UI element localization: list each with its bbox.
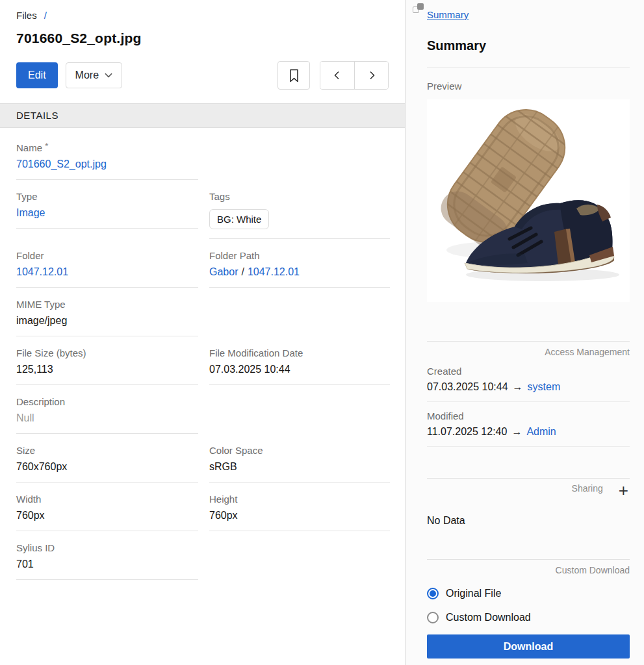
field-folder: Folder 1047.12.01 bbox=[16, 250, 198, 288]
field-file-modification-date-value: 07.03.2025 10:44 bbox=[209, 364, 390, 375]
sharing-section-label: Sharing bbox=[572, 483, 603, 494]
details-fields: Name* 701660_S2_opt.jpg Type Image Tags … bbox=[0, 128, 405, 591]
field-mime-type-label: MIME Type bbox=[16, 299, 198, 310]
field-file-modification-date: File Modification Date 07.03.2025 10:44 bbox=[209, 347, 390, 385]
field-type-value-link[interactable]: Image bbox=[16, 207, 45, 218]
summary-sidebar: Summary Summary Preview bbox=[406, 0, 644, 665]
field-size: Size 760x760px bbox=[16, 445, 198, 483]
field-folder-path-label: Folder Path bbox=[209, 250, 390, 261]
prev-next-group bbox=[320, 61, 389, 90]
breadcrumb-separator: / bbox=[44, 10, 47, 21]
next-asset-button[interactable] bbox=[354, 62, 388, 89]
radio-original-file[interactable] bbox=[427, 588, 439, 599]
preview-image bbox=[427, 99, 630, 302]
field-sylius-id-value: 701 bbox=[16, 558, 198, 570]
tab-summary[interactable]: Summary bbox=[427, 9, 469, 20]
bookmark-button[interactable] bbox=[277, 61, 310, 90]
bookmark-icon bbox=[289, 69, 300, 82]
divider bbox=[427, 446, 630, 447]
field-color-space-label: Color Space bbox=[209, 445, 390, 456]
required-asterisk: * bbox=[45, 141, 48, 151]
field-type: Type Image bbox=[16, 191, 198, 229]
field-mime-type: MIME Type image/jpeg bbox=[16, 299, 198, 336]
tag-chip: BG: White bbox=[209, 209, 269, 229]
field-width-label: Width bbox=[16, 494, 198, 505]
asset-detail-page: Files / 701660_S2_opt.jpg Edit More bbox=[0, 0, 644, 665]
divider bbox=[427, 559, 630, 560]
radio-original-file-label: Original File bbox=[446, 588, 501, 599]
field-file-size-value: 125,113 bbox=[16, 364, 198, 375]
toolbar-right bbox=[277, 61, 389, 90]
field-name-value-link[interactable]: 701660_S2_opt.jpg bbox=[16, 158, 107, 169]
field-type-label: Type bbox=[16, 191, 198, 202]
folder-path-root-link[interactable]: Gabor bbox=[209, 266, 238, 277]
field-color-space-value: sRGB bbox=[209, 461, 390, 473]
sharing-header: Sharing + bbox=[427, 481, 630, 496]
sidebar-heading: Summary bbox=[427, 38, 630, 53]
divider bbox=[427, 341, 630, 342]
radio-row-custom-download[interactable]: Custom Download bbox=[427, 612, 630, 623]
field-name: Name* 701660_S2_opt.jpg bbox=[16, 142, 198, 180]
field-width-value: 760px bbox=[16, 510, 198, 521]
field-mime-type-value: image/jpeg bbox=[16, 315, 198, 327]
breadcrumb: Files / bbox=[16, 10, 389, 21]
field-width: Width 760px bbox=[16, 494, 198, 531]
field-folder-value-link[interactable]: 1047.12.01 bbox=[16, 266, 68, 277]
chevron-right-icon bbox=[367, 70, 377, 81]
created-value: 07.03.2025 10:44→system bbox=[427, 381, 630, 393]
created-user-link[interactable]: system bbox=[528, 381, 561, 392]
preview-container bbox=[427, 99, 630, 302]
field-sylius-id: Sylius ID 701 bbox=[16, 542, 198, 580]
field-size-value: 760x760px bbox=[16, 461, 198, 473]
page-title: 701660_S2_opt.jpg bbox=[16, 31, 389, 46]
radio-custom-download[interactable] bbox=[427, 612, 439, 623]
previous-asset-button[interactable] bbox=[320, 62, 354, 89]
field-size-label: Size bbox=[16, 445, 198, 456]
arrow-right-icon: → bbox=[513, 381, 523, 392]
field-folder-label: Folder bbox=[16, 250, 198, 261]
folder-path-leaf-link[interactable]: 1047.12.01 bbox=[248, 266, 300, 277]
field-sylius-id-label: Sylius ID bbox=[16, 542, 198, 553]
field-file-modification-date-label: File Modification Date bbox=[209, 347, 390, 358]
divider bbox=[427, 401, 630, 402]
breadcrumb-files-link[interactable]: Files bbox=[16, 10, 37, 21]
modified-user-link[interactable]: Admin bbox=[526, 426, 556, 437]
field-height-value: 760px bbox=[209, 510, 390, 521]
field-color-space: Color Space sRGB bbox=[209, 445, 390, 483]
folder-path-separator: / bbox=[241, 266, 244, 277]
field-height: Height 760px bbox=[209, 494, 390, 531]
edit-button[interactable]: Edit bbox=[16, 62, 58, 88]
arrow-right-icon: → bbox=[511, 426, 522, 437]
radio-custom-download-label: Custom Download bbox=[446, 612, 531, 623]
asset-header: Files / 701660_S2_opt.jpg Edit More bbox=[0, 0, 405, 90]
field-description: Description Null bbox=[16, 396, 198, 434]
field-folder-path: Folder Path Gabor/1047.12.01 bbox=[209, 250, 390, 288]
add-share-icon[interactable]: + bbox=[617, 483, 630, 497]
custom-download-section-label: Custom Download bbox=[427, 565, 630, 575]
modified-value: 11.07.2025 12:40→Admin bbox=[427, 426, 630, 438]
download-button[interactable]: Download bbox=[427, 634, 630, 659]
more-button-label: More bbox=[75, 69, 99, 81]
preview-label: Preview bbox=[427, 81, 630, 92]
field-name-label: Name* bbox=[16, 142, 198, 153]
field-tags-label: Tags bbox=[209, 191, 390, 202]
panel-toggle-icon[interactable] bbox=[413, 3, 424, 13]
divider bbox=[427, 478, 630, 479]
created-label: Created bbox=[427, 366, 630, 377]
chevron-down-icon bbox=[105, 73, 112, 78]
field-description-label: Description bbox=[16, 396, 198, 407]
details-section-header: DETAILS bbox=[0, 103, 405, 128]
more-button[interactable]: More bbox=[66, 62, 122, 88]
main-panel: Files / 701660_S2_opt.jpg Edit More bbox=[0, 0, 406, 665]
radio-row-original-file[interactable]: Original File bbox=[427, 588, 630, 599]
field-file-size: File Size (bytes) 125,113 bbox=[16, 347, 198, 385]
access-management-section-label: Access Management bbox=[427, 347, 630, 357]
sharing-empty-text: No Data bbox=[427, 515, 630, 527]
divider bbox=[427, 68, 630, 68]
field-description-value: Null bbox=[16, 412, 198, 424]
modified-label: Modified bbox=[427, 410, 630, 421]
chevron-left-icon bbox=[332, 70, 342, 81]
field-tags: Tags BG: White bbox=[209, 191, 390, 239]
field-height-label: Height bbox=[209, 494, 390, 505]
field-file-size-label: File Size (bytes) bbox=[16, 347, 198, 358]
